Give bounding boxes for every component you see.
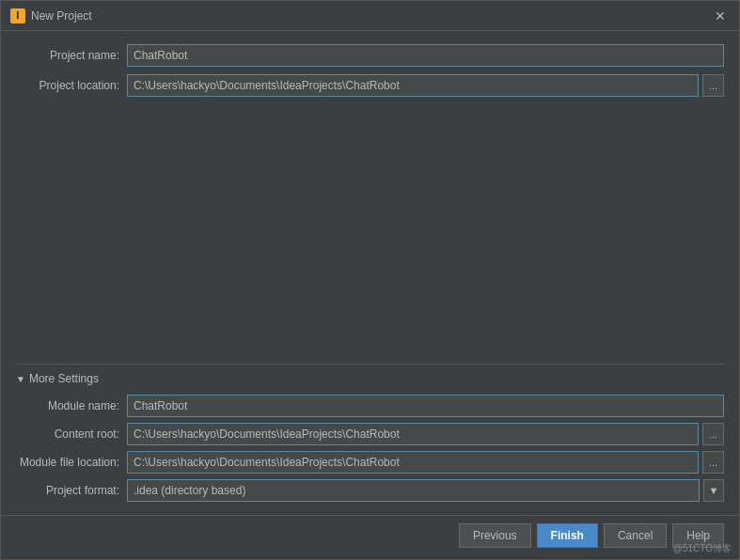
module-name-input-wrap — [127, 395, 724, 417]
dialog-content: Project name: Project location: ... ▼ Mo… — [1, 31, 739, 515]
content-root-input-wrap: ... — [127, 423, 724, 445]
project-format-select-wrap: ▼ — [127, 479, 724, 502]
dialog-title: New Project — [31, 9, 92, 23]
project-format-dropdown-button[interactable]: ▼ — [703, 479, 724, 502]
cancel-button[interactable]: Cancel — [604, 523, 667, 548]
project-name-row: Project name: — [16, 44, 724, 67]
more-settings-section: ▼ More Settings Module name: Content roo… — [16, 364, 724, 502]
module-file-location-input[interactable] — [127, 451, 699, 474]
more-settings-header[interactable]: ▼ More Settings — [16, 372, 724, 385]
title-bar-left: I New Project — [10, 8, 92, 23]
module-name-row: Module name: — [16, 395, 724, 417]
close-button[interactable]: ✕ — [711, 7, 730, 25]
new-project-dialog: I New Project ✕ Project name: Project lo… — [0, 0, 740, 560]
project-format-label: Project format: — [16, 484, 119, 497]
module-file-browse-button[interactable]: ... — [702, 451, 724, 474]
module-file-location-row: Module file location: ... — [16, 451, 724, 474]
previous-button[interactable]: Previous — [459, 523, 531, 548]
content-root-browse-button[interactable]: ... — [702, 423, 724, 445]
dialog-footer: Previous Finish Cancel Help — [1, 515, 739, 559]
project-format-row: Project format: ▼ — [16, 479, 724, 502]
watermark: @51CTO博客 — [673, 542, 732, 555]
project-location-row: Project location: ... — [16, 74, 724, 97]
module-name-input[interactable] — [127, 395, 724, 417]
title-bar: I New Project ✕ — [1, 1, 739, 31]
project-format-input[interactable] — [127, 479, 700, 502]
expand-icon: ▼ — [16, 374, 25, 384]
spacer — [16, 104, 724, 356]
app-icon: I — [10, 8, 25, 23]
project-name-label: Project name: — [16, 49, 119, 62]
project-name-input-wrap — [127, 44, 724, 67]
module-name-label: Module name: — [16, 399, 119, 412]
content-root-row: Content root: ... — [16, 423, 724, 445]
project-location-input[interactable] — [127, 74, 699, 97]
more-settings-label: More Settings — [29, 372, 99, 385]
project-location-browse-button[interactable]: ... — [702, 74, 724, 97]
project-location-input-wrap: ... — [127, 74, 724, 97]
module-file-location-label: Module file location: — [16, 456, 119, 469]
content-root-label: Content root: — [16, 428, 119, 441]
project-location-label: Project location: — [16, 79, 119, 92]
finish-button[interactable]: Finish — [537, 523, 598, 548]
module-file-location-input-wrap: ... — [127, 451, 724, 474]
content-root-input[interactable] — [127, 423, 699, 445]
project-name-input[interactable] — [127, 44, 724, 67]
